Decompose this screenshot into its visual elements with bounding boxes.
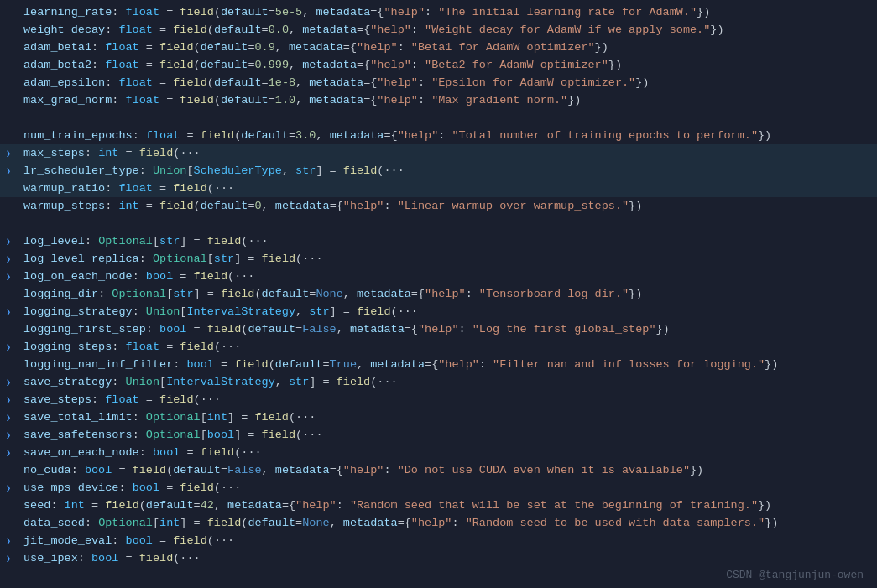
line-content: adam_beta1: float = field(default=0.9, m… (17, 39, 877, 56)
gutter-arrow[interactable]: ❯ (0, 483, 17, 493)
line-content: data_seed: Optional[int] = field(default… (17, 514, 877, 532)
line-content: max_steps: int = field(··· (17, 144, 877, 162)
code-line: ❯logging_strategy: Union[IntervalStrateg… (0, 303, 877, 320)
code-line: adam_epsilon: float = field(default=1e-8… (0, 74, 877, 91)
code-line: ❯save_total_limit: Optional[int] = field… (0, 408, 877, 426)
line-content: save_safetensors: Optional[bool] = field… (17, 426, 877, 444)
code-line: adam_beta1: float = field(default=0.9, m… (0, 39, 877, 56)
line-content: warmup_ratio: float = field(··· (17, 180, 877, 197)
code-line: ❯use_mps_device: bool = field(··· (0, 479, 877, 497)
line-content: logging_dir: Optional[str] = field(defau… (17, 285, 877, 303)
code-line: ❯use_ipex: bool = field(··· (0, 549, 877, 567)
line-content: num_train_epochs: float = field(default=… (17, 127, 877, 144)
code-line: ❯save_safetensors: Optional[bool] = fiel… (0, 426, 877, 444)
code-line: seed: int = field(default=42, metadata={… (0, 497, 877, 514)
line-content: log_level: Optional[str] = field(··· (17, 232, 877, 250)
line-content: warmup_steps: int = field(default=0, met… (17, 197, 877, 215)
code-line: weight_decay: float = field(default=0.0,… (0, 21, 877, 39)
code-line: max_grad_norm: float = field(default=1.0… (0, 91, 877, 109)
line-content: lr_scheduler_type: Union[SchedulerType, … (17, 162, 877, 180)
code-line: warmup_steps: int = field(default=0, met… (0, 197, 877, 215)
code-line: ❯lr_scheduler_type: Union[SchedulerType,… (0, 162, 877, 180)
code-line: logging_first_step: bool = field(default… (0, 320, 877, 338)
watermark-text: CSDN @tangjunjun-owen (726, 569, 864, 581)
code-line: ❯max_steps: int = field(··· (0, 144, 877, 162)
code-line: logging_dir: Optional[str] = field(defau… (0, 285, 877, 303)
gutter-arrow[interactable]: ❯ (0, 448, 17, 458)
gutter-arrow[interactable]: ❯ (0, 377, 17, 388)
line-content (17, 215, 877, 232)
line-content: seed: int = field(default=42, metadata={… (17, 497, 877, 514)
line-content: save_strategy: Union[IntervalStrategy, s… (17, 373, 877, 391)
line-content: learning_rate: float = field(default=5e-… (17, 3, 877, 21)
line-content: save_steps: float = field(··· (17, 391, 877, 408)
code-line (0, 215, 877, 232)
line-content: use_ipex: bool = field(··· (17, 549, 877, 567)
gutter-arrow[interactable]: ❯ (0, 413, 17, 423)
line-content: no_cuda: bool = field(default=False, met… (17, 461, 877, 479)
gutter-arrow[interactable]: ❯ (0, 148, 17, 159)
line-content: max_grad_norm: float = field(default=1.0… (17, 91, 877, 109)
line-content: logging_strategy: Union[IntervalStrategy… (17, 303, 877, 320)
line-content: adam_beta2: float = field(default=0.999,… (17, 56, 877, 74)
line-content: save_total_limit: Optional[int] = field(… (17, 408, 877, 426)
gutter-arrow[interactable]: ❯ (0, 536, 17, 546)
gutter-arrow[interactable]: ❯ (0, 342, 17, 352)
code-line: num_train_epochs: float = field(default=… (0, 127, 877, 144)
line-content: log_on_each_node: bool = field(··· (17, 268, 877, 285)
gutter-arrow[interactable]: ❯ (0, 395, 17, 405)
line-content: save_on_each_node: bool = field(··· (17, 444, 877, 461)
line-content: logging_nan_inf_filter: bool = field(def… (17, 356, 877, 373)
gutter-arrow[interactable]: ❯ (0, 166, 17, 176)
gutter-arrow[interactable]: ❯ (0, 430, 17, 440)
code-line: ❯logging_steps: float = field(··· (0, 338, 877, 356)
line-content: jit_mode_eval: bool = field(··· (17, 532, 877, 549)
code-line (0, 109, 877, 127)
code-line: no_cuda: bool = field(default=False, met… (0, 461, 877, 479)
line-content: log_level_replica: Optional[str] = field… (17, 250, 877, 268)
code-line: data_seed: Optional[int] = field(default… (0, 514, 877, 532)
code-line: warmup_ratio: float = field(··· (0, 180, 877, 197)
code-line: ❯jit_mode_eval: bool = field(··· (0, 532, 877, 549)
code-line: ❯save_steps: float = field(··· (0, 391, 877, 408)
gutter-arrow[interactable]: ❯ (0, 307, 17, 317)
line-content: logging_first_step: bool = field(default… (17, 320, 877, 338)
gutter-arrow[interactable]: ❯ (0, 554, 17, 564)
code-line: ❯log_level: Optional[str] = field(··· (0, 232, 877, 250)
gutter-arrow[interactable]: ❯ (0, 237, 17, 247)
line-content: adam_epsilon: float = field(default=1e-8… (17, 74, 877, 91)
gutter-arrow[interactable]: ❯ (0, 254, 17, 264)
code-line: adam_beta2: float = field(default=0.999,… (0, 56, 877, 74)
line-content: use_mps_device: bool = field(··· (17, 479, 877, 497)
code-line: ❯save_on_each_node: bool = field(··· (0, 444, 877, 461)
code-line: logging_nan_inf_filter: bool = field(def… (0, 356, 877, 373)
code-line: learning_rate: float = field(default=5e-… (0, 3, 877, 21)
code-line: ❯log_on_each_node: bool = field(··· (0, 268, 877, 285)
code-container: learning_rate: float = field(default=5e-… (0, 0, 877, 588)
line-content (17, 109, 877, 127)
gutter-arrow[interactable]: ❯ (0, 272, 17, 282)
line-content: weight_decay: float = field(default=0.0,… (17, 21, 877, 39)
code-line: ❯log_level_replica: Optional[str] = fiel… (0, 250, 877, 268)
code-line: ❯save_strategy: Union[IntervalStrategy, … (0, 373, 877, 391)
line-content: logging_steps: float = field(··· (17, 338, 877, 356)
